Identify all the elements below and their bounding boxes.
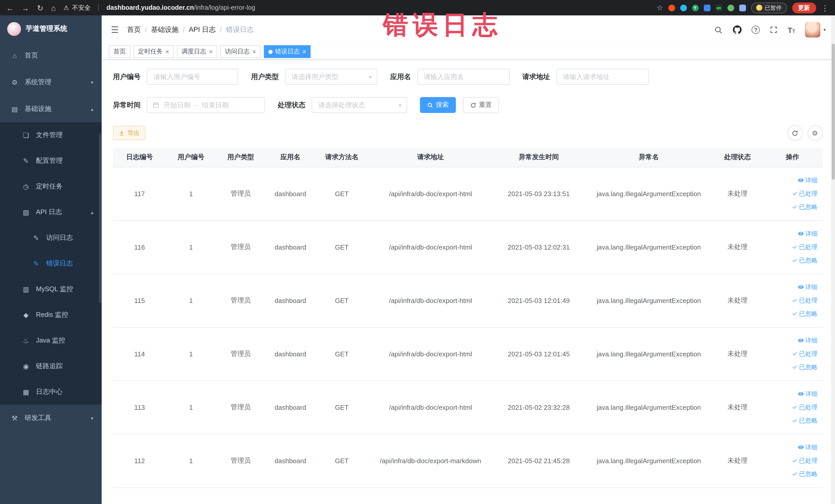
github-icon[interactable] bbox=[733, 25, 742, 35]
row-action-ignored[interactable]: 已忽略 bbox=[791, 361, 817, 373]
url-path: /infra/log/api-error-log bbox=[194, 4, 255, 11]
security-chip[interactable]: ⚠ 不安全 bbox=[63, 3, 90, 12]
breadcrumb-item[interactable]: API 日志 bbox=[189, 25, 216, 35]
row-action-ignored[interactable]: 已忽略 bbox=[791, 468, 817, 480]
sidebar-item-access-log[interactable]: ✎访问日志 bbox=[0, 225, 102, 250]
extension-icon[interactable]: Y bbox=[692, 4, 698, 11]
app-name-input[interactable] bbox=[417, 69, 510, 85]
search-button[interactable]: 搜索 bbox=[420, 97, 456, 113]
paused-label: 已暂停 bbox=[765, 4, 781, 12]
row-action-ignored[interactable]: 已忽略 bbox=[791, 254, 817, 266]
sidebar-item-log-center[interactable]: ▦日志中心 bbox=[0, 379, 102, 405]
page: ← → ↻ ⌂ ⚠ 不安全 dashboard.yudao.iocoder.cn… bbox=[0, 0, 835, 504]
content: 用户编号 用户类型 请选择用户类型 ▾ 应用名 bbox=[102, 60, 835, 504]
browser-menu-icon[interactable]: ⋮ bbox=[821, 4, 829, 12]
date-range-picker[interactable]: 开始日期 - 结束日期 bbox=[147, 97, 265, 113]
calendar-icon bbox=[152, 102, 159, 108]
sidebar-item-link-trace[interactable]: ◉链路追踪 bbox=[0, 353, 102, 379]
row-action-detail[interactable]: 详细 bbox=[797, 388, 817, 400]
sidebar-item-dev-tools[interactable]: ⚒研发工具▾ bbox=[0, 405, 102, 431]
user-type-select[interactable]: 请选择用户类型 ▾ bbox=[285, 69, 377, 85]
process-status-select[interactable]: 请选择处理状态 ▾ bbox=[312, 97, 407, 113]
address-bar[interactable]: dashboard.yudao.iocoder.cn/infra/log/api… bbox=[106, 4, 255, 11]
close-icon[interactable]: × bbox=[252, 48, 256, 55]
close-icon[interactable]: × bbox=[165, 48, 169, 55]
scrollbar-thumb[interactable] bbox=[831, 44, 834, 180]
sidebar-scrollbar[interactable] bbox=[99, 134, 101, 303]
cell-actions: 详细已处理已忽略 bbox=[762, 327, 823, 381]
row-action-processed[interactable]: 已处理 bbox=[791, 401, 817, 414]
user-id-input[interactable] bbox=[147, 69, 238, 85]
export-button[interactable]: 导出 bbox=[113, 126, 145, 140]
row-action-processed[interactable]: 已处理 bbox=[791, 348, 817, 360]
sidebar-item-mysql-monitor[interactable]: ▥MySQL 监控 bbox=[0, 276, 102, 302]
tab-access-log[interactable]: 访问日志× bbox=[220, 45, 261, 58]
fullscreen-icon[interactable] bbox=[770, 26, 778, 34]
sidebar-item-infrastructure[interactable]: ▤基础设施▴ bbox=[0, 96, 102, 122]
reload-icon[interactable]: ↻ bbox=[37, 4, 43, 12]
user-menu[interactable]: ▾ bbox=[805, 22, 826, 38]
refresh-button[interactable] bbox=[787, 125, 803, 141]
row-action-ignored[interactable]: 已忽略 bbox=[791, 308, 817, 320]
main-area: ☰ 首页/基础设施/API 日志/错误日志 ? TT bbox=[102, 15, 835, 504]
chevron-up-icon: ▴ bbox=[91, 106, 94, 112]
logo-row[interactable]: 芋道管理系统 bbox=[0, 15, 102, 42]
tab-cron-job[interactable]: 定时任务× bbox=[134, 45, 174, 58]
sidebar-item-home[interactable]: ⌂首页 bbox=[0, 42, 102, 69]
cell-log-id: 114 bbox=[113, 327, 166, 381]
close-icon[interactable]: × bbox=[209, 48, 212, 55]
bookmark-star-icon[interactable]: ☆ bbox=[657, 4, 663, 12]
reset-button[interactable]: 重置 bbox=[463, 97, 499, 113]
breadcrumb-item: 错误日志 bbox=[226, 25, 253, 35]
paused-badge[interactable]: 已暂停 bbox=[751, 2, 787, 13]
sidebar-item-redis-monitor[interactable]: ◆Redis 监控 bbox=[0, 302, 102, 328]
cell-time: 2021-05-03 12:01:45 bbox=[493, 327, 585, 381]
close-icon[interactable]: × bbox=[302, 48, 306, 55]
row-action-detail[interactable]: 详细 bbox=[797, 441, 817, 453]
tab-error-log[interactable]: 错误日志× bbox=[264, 45, 311, 58]
row-action-ignored[interactable]: 已忽略 bbox=[791, 415, 817, 427]
help-icon[interactable]: ? bbox=[752, 26, 760, 34]
forward-icon[interactable]: → bbox=[22, 4, 29, 12]
row-action-processed[interactable]: 已处理 bbox=[791, 241, 817, 253]
extension-icon[interactable] bbox=[727, 4, 734, 11]
sidebar-toggle-icon[interactable]: ☰ bbox=[111, 24, 119, 35]
font-size-icon[interactable]: TT bbox=[788, 26, 795, 34]
browser-home-icon[interactable]: ⌂ bbox=[51, 4, 56, 12]
filter-row-2: 异常时间 开始日期 - 结束日期 处理状态 请选 bbox=[113, 97, 823, 113]
filter-user-type: 用户类型 请选择用户类型 ▾ bbox=[251, 69, 377, 85]
breadcrumb-item[interactable]: 基础设施 bbox=[151, 25, 179, 35]
export-button-label: 导出 bbox=[127, 129, 140, 137]
search-icon[interactable] bbox=[714, 25, 723, 34]
extension-icon[interactable] bbox=[704, 4, 710, 11]
row-action-processed[interactable]: 已处理 bbox=[791, 455, 817, 467]
tab-job-log[interactable]: 调度日志× bbox=[177, 45, 217, 58]
row-action-processed[interactable]: 已处理 bbox=[791, 187, 817, 200]
sidebar-item-error-log[interactable]: ✎错误日志 bbox=[0, 250, 102, 276]
table-header-row: 日志编号用户编号用户类型应用名请求方法名请求地址异常发生时间异常名处理状态操作 bbox=[113, 148, 823, 167]
column-settings-button[interactable]: ⚙ bbox=[807, 125, 823, 141]
sidebar-item-file-mgmt[interactable]: ❏文件管理 bbox=[0, 122, 102, 148]
extension-icon[interactable] bbox=[680, 4, 687, 11]
row-action-ignored[interactable]: 已忽略 bbox=[791, 201, 817, 213]
row-action-detail[interactable]: 详细 bbox=[797, 281, 817, 293]
extension-icon[interactable]: on bbox=[715, 4, 722, 11]
sidebar-item-java-monitor[interactable]: ♨Java 监控 bbox=[0, 328, 102, 353]
extension-icon[interactable] bbox=[668, 4, 675, 11]
sidebar-item-system-mgmt[interactable]: ⚙系统管理▾ bbox=[0, 69, 102, 96]
sidebar-item-cron-job[interactable]: ◷定时任务 bbox=[0, 174, 102, 199]
browser-scrollbar[interactable] bbox=[831, 15, 835, 504]
request-url-input[interactable] bbox=[556, 69, 649, 85]
breadcrumb-item[interactable]: 首页 bbox=[127, 25, 141, 35]
row-action-detail[interactable]: 详细 bbox=[797, 174, 817, 186]
tab-home[interactable]: 首页 bbox=[109, 45, 130, 58]
sidebar-item-api-log[interactable]: ▧API 日志▴ bbox=[0, 199, 102, 225]
back-icon[interactable]: ← bbox=[6, 4, 14, 12]
home-icon: ⌂ bbox=[10, 52, 19, 59]
update-button[interactable]: 更新 bbox=[792, 2, 816, 13]
extension-icon[interactable] bbox=[739, 4, 746, 11]
row-action-detail[interactable]: 详细 bbox=[797, 227, 817, 240]
sidebar-item-config-mgmt[interactable]: ✎配置管理 bbox=[0, 148, 102, 174]
row-action-processed[interactable]: 已处理 bbox=[791, 294, 817, 306]
row-action-detail[interactable]: 详细 bbox=[797, 334, 817, 347]
